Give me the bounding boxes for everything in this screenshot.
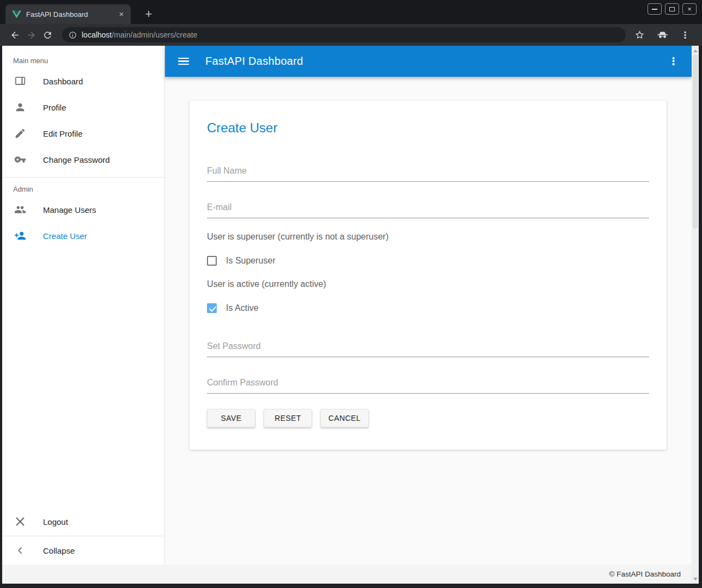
- sidebar-toggle-button[interactable]: [178, 58, 189, 65]
- incognito-indicator: [655, 27, 669, 43]
- sidebar-item-manage-users[interactable]: Manage Users: [2, 197, 164, 223]
- sidebar-item-edit-profile[interactable]: Edit Profile: [2, 120, 164, 146]
- person-add-icon: [14, 230, 26, 242]
- reload-button[interactable]: [39, 27, 56, 43]
- checkbox-unchecked-icon[interactable]: [207, 256, 217, 266]
- page-footer: © FastAPI Dashboard: [2, 565, 692, 584]
- sidebar-item-label: Collapse: [43, 546, 75, 555]
- sidebar-item-dashboard[interactable]: Dashboard: [2, 68, 164, 94]
- window-close-button[interactable]: ×: [682, 3, 697, 15]
- incognito-icon: [657, 30, 668, 40]
- bookmark-star-button[interactable]: [632, 27, 646, 43]
- url-path: /main/admin/users/create: [112, 30, 197, 39]
- url-text: localhost/main/admin/users/create: [82, 30, 197, 39]
- minimize-icon: [652, 9, 657, 10]
- window-controls: ×: [648, 3, 697, 15]
- set-password-field: [207, 339, 649, 357]
- back-button[interactable]: [7, 27, 23, 43]
- is-superuser-checkbox-row[interactable]: Is Superuser: [207, 256, 649, 266]
- scrollbar-thumb[interactable]: [693, 54, 698, 229]
- vue-logo-icon: [12, 10, 21, 19]
- set-password-input[interactable]: [207, 339, 649, 357]
- scroll-down-button[interactable]: [692, 575, 699, 583]
- app-menu-button[interactable]: ⋮: [668, 55, 679, 68]
- window-minimize-button[interactable]: [648, 3, 662, 15]
- sidebar-item-collapse[interactable]: Collapse: [2, 537, 164, 564]
- info-icon[interactable]: [69, 31, 77, 39]
- app-title: FastAPI Dashboard: [205, 55, 303, 68]
- key-icon: [14, 154, 26, 166]
- new-tab-button[interactable]: +: [142, 8, 156, 20]
- full-name-input[interactable]: [207, 164, 649, 182]
- sidebar-item-profile[interactable]: Profile: [2, 94, 164, 120]
- save-button[interactable]: SAVE: [207, 409, 255, 427]
- full-name-field: [207, 164, 649, 182]
- main-content: Create User User is superuser (currently…: [165, 77, 692, 565]
- sidebar-item-logout[interactable]: Logout: [2, 509, 164, 535]
- sidebar-item-label: Profile: [43, 103, 66, 112]
- page-viewport: Main menu Dashboard Profile Edit Profile: [2, 46, 699, 584]
- cancel-button[interactable]: CANCEL: [320, 409, 369, 427]
- scroll-up-arrow-icon: [693, 50, 698, 52]
- reload-icon: [42, 30, 53, 40]
- superuser-hint: User is superuser (currently is not a su…: [207, 232, 649, 242]
- copyright-text: © FastAPI Dashboard: [609, 570, 681, 578]
- is-superuser-label: Is Superuser: [226, 256, 276, 266]
- reset-button[interactable]: RESET: [264, 409, 312, 427]
- confirm-password-input[interactable]: [207, 376, 649, 394]
- sidebar-divider: [2, 177, 164, 177]
- page-scrollbar[interactable]: [692, 46, 699, 584]
- forward-arrow-icon: [26, 30, 36, 40]
- sidebar-item-label: Manage Users: [43, 205, 96, 215]
- sidebar-item-label: Create User: [43, 231, 87, 241]
- page-title: Create User: [207, 120, 649, 136]
- pencil-icon: [14, 127, 26, 139]
- form-buttons: SAVE RESET CANCEL: [207, 409, 649, 427]
- create-user-card: Create User User is superuser (currently…: [190, 101, 667, 450]
- browser-menu-button[interactable]: ⋮: [678, 27, 692, 43]
- sidebar-item-change-password[interactable]: Change Password: [2, 146, 164, 173]
- active-hint: User is active (currently active): [207, 279, 649, 289]
- sidebar-item-label: Dashboard: [43, 77, 83, 86]
- dashboard-icon: [14, 75, 26, 87]
- browser-toolbar: localhost/main/admin/users/create ⋮: [0, 24, 702, 46]
- sidebar: Main menu Dashboard Profile Edit Profile: [2, 46, 165, 565]
- forward-button[interactable]: [23, 27, 39, 43]
- sidebar-bottom: Logout Collapse: [2, 509, 164, 565]
- toolbar-right: ⋮: [632, 27, 692, 43]
- star-icon: [634, 30, 645, 40]
- maximize-icon: [669, 7, 675, 11]
- sidebar-item-label: Logout: [43, 517, 68, 526]
- is-active-label: Is Active: [226, 303, 259, 313]
- back-arrow-icon: [10, 30, 20, 40]
- sidebar-item-label: Change Password: [43, 155, 110, 164]
- sidebar-item-create-user[interactable]: Create User: [2, 223, 164, 249]
- hamburger-icon: [178, 58, 189, 59]
- browser-tab[interactable]: FastAPI Dashboard ×: [5, 4, 131, 24]
- person-icon: [14, 101, 26, 113]
- group-icon: [14, 204, 26, 216]
- browser-tab-strip: FastAPI Dashboard × + ×: [0, 0, 702, 24]
- email-field: [207, 200, 649, 218]
- is-active-checkbox-row[interactable]: Is Active: [207, 303, 649, 313]
- sidebar-section-admin: Admin: [13, 185, 164, 193]
- email-input[interactable]: [207, 200, 649, 218]
- tab-title: FastAPI Dashboard: [26, 10, 112, 19]
- checkbox-checked-icon[interactable]: [207, 303, 217, 313]
- app-header: FastAPI Dashboard ⋮: [165, 46, 692, 77]
- window-maximize-button[interactable]: [665, 3, 679, 15]
- scroll-down-arrow-icon: [693, 578, 698, 580]
- scroll-up-button[interactable]: [692, 47, 699, 54]
- chevron-left-icon: [14, 544, 26, 556]
- close-x-icon: [14, 516, 26, 528]
- sidebar-item-label: Edit Profile: [43, 129, 83, 138]
- sidebar-divider: [2, 536, 164, 536]
- confirm-password-field: [207, 376, 649, 394]
- sidebar-section-main-menu: Main menu: [13, 57, 164, 65]
- tab-close-icon[interactable]: ×: [117, 9, 126, 19]
- url-host: localhost: [82, 30, 112, 39]
- address-bar[interactable]: localhost/main/admin/users/create: [62, 27, 626, 42]
